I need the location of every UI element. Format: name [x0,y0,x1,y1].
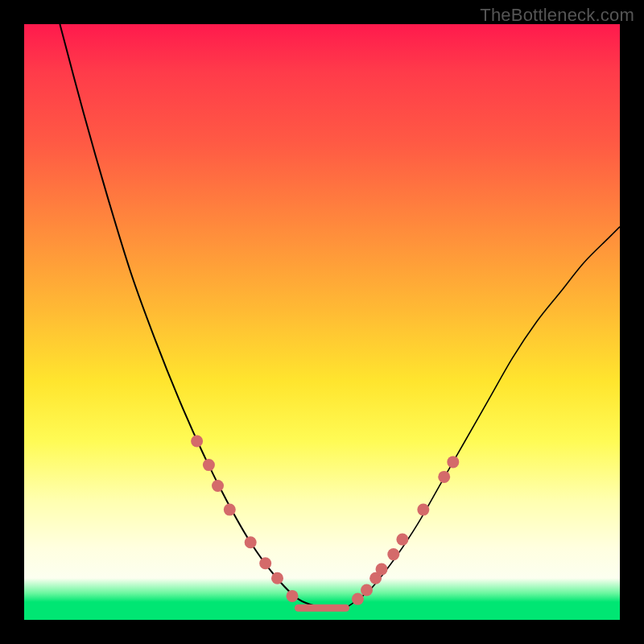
data-dot [224,504,236,516]
right-curve [346,227,620,609]
data-dot [352,593,364,605]
data-dot [376,564,388,576]
data-dot [287,590,299,602]
data-dot [245,536,257,548]
data-dot [447,456,459,468]
data-dot [438,471,450,483]
data-dot [396,534,408,546]
data-dot [417,504,429,516]
chart-container: TheBottleneck.com [0,0,644,644]
data-dot [212,480,224,492]
left-curve [60,24,322,608]
watermark-text: TheBottleneck.com [480,5,634,26]
data-dot [203,459,215,471]
data-dot [191,436,203,448]
plot-area [24,24,620,620]
data-dot [259,557,271,569]
curve-layer [24,24,620,620]
data-dot [361,584,373,597]
data-dot [387,548,399,560]
data-dot [271,572,283,584]
dots-group [191,436,459,605]
